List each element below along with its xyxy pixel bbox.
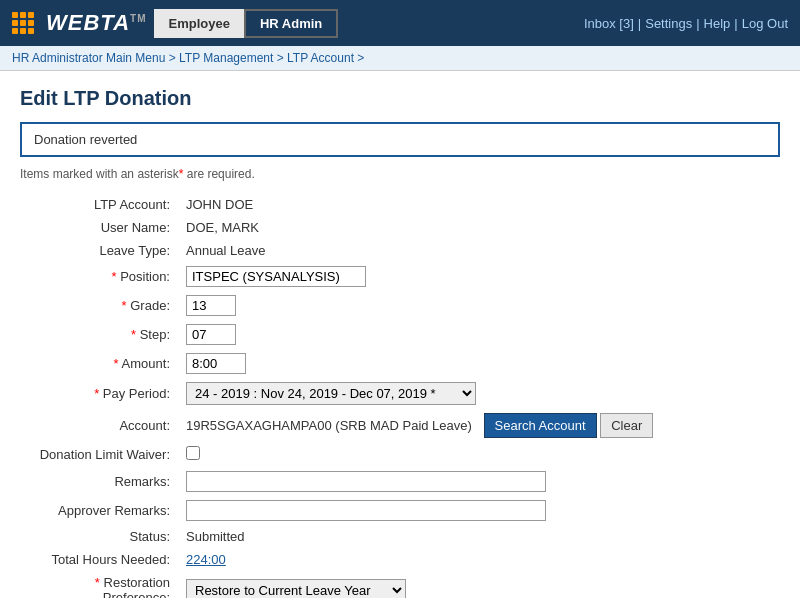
nav-tabs: Employee HR Admin (154, 9, 338, 38)
logo-dot (12, 20, 18, 26)
logo-dot (28, 20, 34, 26)
settings-link[interactable]: Settings (645, 16, 692, 31)
approver-remarks-input[interactable] (186, 500, 546, 521)
required-note: Items marked with an asterisk* are requi… (20, 167, 780, 181)
step-input[interactable] (186, 324, 236, 345)
status-label: Status: (20, 525, 180, 548)
grade-cell (180, 291, 780, 320)
logo-dot (12, 28, 18, 34)
nav-employee-tab[interactable]: Employee (154, 9, 243, 38)
logo-dot (20, 20, 26, 26)
logo-area: WEBTATM Employee HR Admin (12, 9, 338, 38)
main-content: Edit LTP Donation Donation reverted Item… (0, 71, 800, 598)
position-row: * Position: (20, 262, 780, 291)
step-cell (180, 320, 780, 349)
approver-remarks-cell (180, 496, 780, 525)
help-link[interactable]: Help (704, 16, 731, 31)
donation-limit-checkbox[interactable] (186, 446, 200, 460)
account-row: Account: 19R5SGAXAGHAMPA00 (SRB MAD Paid… (20, 409, 780, 442)
leave-type-value: Annual Leave (180, 239, 780, 262)
form-table: LTP Account: JOHN DOE User Name: DOE, MA… (20, 193, 780, 598)
user-name-value: DOE, MARK (180, 216, 780, 239)
position-label: * Position: (20, 262, 180, 291)
restoration-row: * Restoration Preference: Restore to Cur… (20, 571, 780, 598)
grade-label: * Grade: (20, 291, 180, 320)
remarks-input[interactable] (186, 471, 546, 492)
breadcrumb-hr-admin[interactable]: HR Administrator Main Menu (12, 51, 165, 65)
remarks-row: Remarks: (20, 467, 780, 496)
position-input[interactable] (186, 266, 366, 287)
logout-link[interactable]: Log Out (742, 16, 788, 31)
logo-dot (20, 28, 26, 34)
amount-label: * Amount: (20, 349, 180, 378)
search-account-button[interactable]: Search Account (484, 413, 597, 438)
total-hours-link[interactable]: 224:00 (186, 552, 226, 567)
donation-limit-label: Donation Limit Waiver: (20, 442, 180, 467)
leave-type-row: Leave Type: Annual Leave (20, 239, 780, 262)
logo-dot (28, 12, 34, 18)
breadcrumb: HR Administrator Main Menu > LTP Managem… (0, 46, 800, 71)
position-cell (180, 262, 780, 291)
app-header: WEBTATM Employee HR Admin Inbox [3] | Se… (0, 0, 800, 46)
pay-period-select[interactable]: 24 - 2019 : Nov 24, 2019 - Dec 07, 2019 … (186, 382, 476, 405)
header-right: Inbox [3] | Settings | Help | Log Out (584, 16, 788, 31)
step-label: * Step: (20, 320, 180, 349)
user-name-label: User Name: (20, 216, 180, 239)
logo-dot (28, 28, 34, 34)
total-hours-label: Total Hours Needed: (20, 548, 180, 571)
clear-account-button[interactable]: Clear (600, 413, 653, 438)
restoration-cell: Restore to Current Leave Year (180, 571, 780, 598)
breadcrumb-ltp-account[interactable]: LTP Account (287, 51, 354, 65)
amount-cell (180, 349, 780, 378)
grade-input[interactable] (186, 295, 236, 316)
ltp-account-value: JOHN DOE (180, 193, 780, 216)
restoration-select[interactable]: Restore to Current Leave Year (186, 579, 406, 599)
remarks-cell (180, 467, 780, 496)
status-value: Submitted (180, 525, 780, 548)
status-row: Status: Submitted (20, 525, 780, 548)
notification-bar: Donation reverted (20, 122, 780, 157)
approver-remarks-label: Approver Remarks: (20, 496, 180, 525)
donation-limit-cell (180, 442, 780, 467)
leave-type-label: Leave Type: (20, 239, 180, 262)
nav-hradmin-tab[interactable]: HR Admin (244, 9, 338, 38)
app-logo: WEBTATM (46, 10, 146, 36)
total-hours-row: Total Hours Needed: 224:00 (20, 548, 780, 571)
approver-remarks-row: Approver Remarks: (20, 496, 780, 525)
pay-period-label: * Pay Period: (20, 378, 180, 409)
pay-period-cell: 24 - 2019 : Nov 24, 2019 - Dec 07, 2019 … (180, 378, 780, 409)
logo-dot (20, 12, 26, 18)
breadcrumb-ltp-management[interactable]: LTP Management (179, 51, 273, 65)
account-label: Account: (20, 409, 180, 442)
page-title: Edit LTP Donation (20, 87, 780, 110)
grade-row: * Grade: (20, 291, 780, 320)
restoration-label: * Restoration Preference: (20, 571, 180, 598)
account-cell: 19R5SGAXAGHAMPA00 (SRB MAD Paid Leave) S… (180, 409, 780, 442)
pay-period-row: * Pay Period: 24 - 2019 : Nov 24, 2019 -… (20, 378, 780, 409)
inbox-link[interactable]: Inbox [3] (584, 16, 634, 31)
user-name-row: User Name: DOE, MARK (20, 216, 780, 239)
logo-dots (12, 12, 34, 34)
amount-input[interactable] (186, 353, 246, 374)
ltp-account-label: LTP Account: (20, 193, 180, 216)
ltp-account-row: LTP Account: JOHN DOE (20, 193, 780, 216)
amount-row: * Amount: (20, 349, 780, 378)
total-hours-cell: 224:00 (180, 548, 780, 571)
logo-dot (12, 12, 18, 18)
account-value: 19R5SGAXAGHAMPA00 (SRB MAD Paid Leave) (186, 418, 472, 433)
step-row: * Step: (20, 320, 780, 349)
remarks-label: Remarks: (20, 467, 180, 496)
donation-limit-row: Donation Limit Waiver: (20, 442, 780, 467)
